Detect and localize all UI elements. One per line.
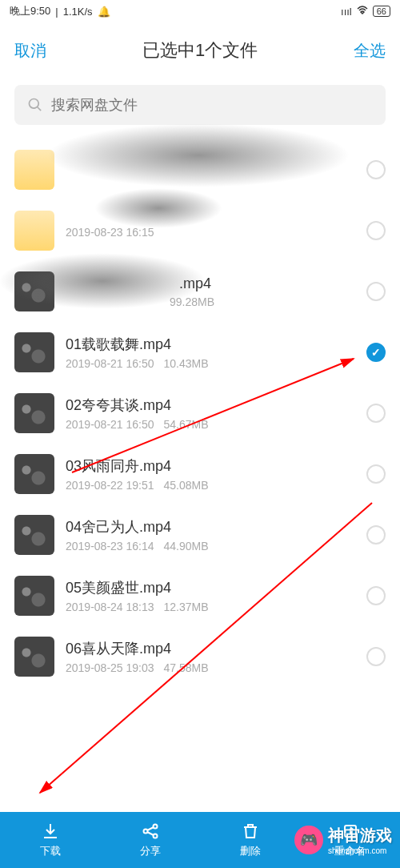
battery-icon: 66 [373, 6, 390, 17]
file-item[interactable]: 06喜从天降.mp42019-08-25 19:0347.58MB [14, 626, 386, 687]
folder-thumbnail [14, 211, 54, 251]
file-name: .mp4 [66, 275, 355, 292]
checkbox[interactable] [366, 282, 386, 301]
delete-button[interactable]: 删除 [200, 812, 300, 868]
select-all-button[interactable]: 全选 [354, 40, 386, 62]
checkbox[interactable] [366, 647, 386, 666]
download-icon [41, 822, 60, 841]
video-thumbnail [14, 393, 54, 433]
signal-icon: ıııl [341, 6, 352, 18]
file-name: 06喜从天降.mp4 [66, 639, 355, 658]
file-item[interactable]: .mp499.28MB [14, 261, 386, 322]
file-item[interactable]: 02夸夸其谈.mp42019-08-21 16:5054.67MB [14, 383, 386, 444]
file-item[interactable] [14, 139, 386, 200]
status-time: 晚上9:50 [10, 4, 50, 18]
file-list: 2019-08-23 16:15 .mp499.28MB 01载歌载舞.mp42… [0, 139, 400, 687]
folder-thumbnail [14, 150, 54, 190]
file-name: 05美颜盛世.mp4 [66, 578, 355, 597]
checkbox[interactable] [366, 404, 386, 423]
page-title: 已选中1个文件 [142, 38, 258, 62]
video-thumbnail [14, 271, 54, 311]
download-button[interactable]: 下载 [0, 812, 100, 868]
video-thumbnail [14, 454, 54, 494]
checkbox[interactable] [366, 464, 386, 484]
search-icon [27, 97, 43, 113]
checkbox[interactable] [366, 525, 386, 545]
trash-icon [241, 822, 260, 841]
file-item[interactable]: 03风雨同舟.mp42019-08-22 19:5145.08MB [14, 444, 386, 504]
search-input[interactable] [51, 97, 373, 114]
video-thumbnail [14, 332, 54, 372]
watermark: 神宙游戏 shenzhoum.com [294, 825, 392, 855]
cancel-button[interactable]: 取消 [14, 40, 46, 62]
file-name: 02夸夸其谈.mp4 [66, 396, 355, 415]
status-bar: 晚上9:50 | 1.1K/s 🔔 ıııl 66 [0, 0, 400, 22]
file-name: 03风雨同舟.mp4 [66, 456, 355, 476]
file-item[interactable]: 05美颜盛世.mp42019-08-24 18:1312.37MB [14, 565, 386, 626]
video-thumbnail [14, 515, 54, 555]
status-speed: 1.1K/s [63, 6, 93, 18]
search-bar[interactable] [14, 85, 386, 125]
checkbox-checked[interactable] [366, 343, 386, 362]
checkbox[interactable] [366, 586, 386, 605]
file-name: 01载歌载舞.mp4 [66, 335, 355, 354]
share-button[interactable]: 分享 [100, 812, 200, 868]
file-item[interactable]: 01载歌载舞.mp42019-08-21 16:5010.43MB [14, 322, 386, 383]
file-name: 04舍己为人.mp4 [66, 517, 355, 536]
file-item[interactable]: 04舍己为人.mp42019-08-23 16:1444.90MB [14, 504, 386, 565]
share-icon [141, 822, 160, 841]
checkbox[interactable] [366, 160, 386, 179]
video-thumbnail [14, 637, 54, 677]
watermark-icon [294, 826, 323, 854]
video-thumbnail [14, 576, 54, 616]
status-divider: | [55, 6, 58, 18]
bell-icon: 🔔 [98, 6, 110, 18]
header: 取消 已选中1个文件 全选 [0, 22, 400, 78]
file-item[interactable]: 2019-08-23 16:15 [14, 200, 386, 261]
wifi-icon [356, 6, 369, 18]
checkbox[interactable] [366, 221, 386, 240]
